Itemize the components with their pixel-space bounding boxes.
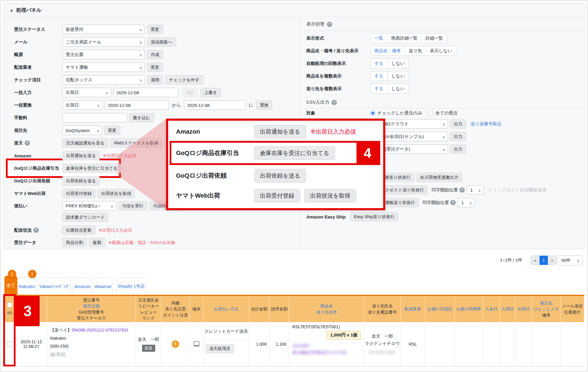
slip-number-import-link[interactable]: 送り状番号取込 [471,121,501,127]
tab-all-count-badge: 1 [8,270,16,278]
bulk-replace-from-field[interactable]: 2025-12-08 [105,100,169,110]
deferred-select[interactable]: FREX B2B後払い [62,201,116,211]
check-item-select[interactable]: 宅配ボックス [62,75,145,85]
section-divider [303,31,586,31]
toggle-list[interactable]: 一覧 [371,33,387,43]
amazon-notify-button[interactable]: 出荷通知を送る [62,151,100,160]
toggle-yes[interactable]: する [371,84,387,93]
bulk-append-button[interactable]: 追記 [182,88,198,97]
yamato-register-button[interactable]: 出荷受付登録 [62,189,95,198]
toggle-no[interactable]: しない [387,71,409,81]
header-delivery-time[interactable]: お届け時間帯 [455,296,483,322]
order-status-select[interactable]: 新規受付 [62,25,145,34]
invoice-download-button[interactable]: 請求書ダウンロード [62,213,109,222]
tab-amazon[interactable]: Amazon [73,277,92,295]
next-page-button[interactable]: » [548,256,556,265]
header-payment-date[interactable]: 入金日 [483,296,500,322]
copy-button[interactable]: 複製 [89,238,105,247]
slip-status-update-button[interactable]: 伝票状況更新 [62,225,95,235]
callout-yamato-register-button[interactable]: 出荷受付登録 [254,189,300,203]
print-start-select[interactable]: 1 [467,185,484,195]
print-start-select-2[interactable]: 1 [458,198,475,207]
clickpost-ext-link[interactable]: クリックポスト拡張機能連携 [488,187,546,193]
uncheck-button[interactable]: チェックを外す [165,75,203,85]
header-carrier[interactable]: 配送業者 [401,296,425,322]
csv-output-button-1[interactable]: 出力 [450,119,466,129]
processing-panel-header[interactable]: 処理パネル [4,4,585,17]
toggle-hide[interactable]: 表示しない [426,46,456,55]
credit-execute-button[interactable]: 与信を実行 [118,201,147,211]
invoice-create-button[interactable]: 作成 [147,50,163,59]
tab-rakuten[interactable]: Rakuten [17,277,36,295]
header-product[interactable]: 商品名 送り先住所 [289,296,364,322]
tab-all[interactable]: 全て [4,276,17,295]
csv-output-button-2[interactable]: 出力 [450,132,466,141]
product-name[interactable]: RSLTEST(RSLTEST001) [292,324,361,329]
toggle-simple-detail[interactable]: 簡易詳細一覧 [387,33,421,43]
goq-stock-allocate-button[interactable]: 倉庫在庫を受注に引当てる [62,164,121,173]
help-icon[interactable] [332,100,337,105]
radio-checked-orders[interactable] [370,111,375,116]
callout-amazon-notify-button[interactable]: 出荷通知を送る [254,125,306,139]
fee-write-button[interactable]: 書き込む [129,113,154,122]
header-memo[interactable]: 発注先 ひとことメモ 備考 [532,296,561,322]
carrier-select[interactable]: ヤマト運輸 [62,63,145,72]
toggle-no[interactable]: しない [387,59,409,68]
bulk-overwrite-button[interactable]: 上書き [200,88,221,97]
toggle-destination[interactable]: 送り先 [405,46,426,55]
toggle-detail[interactable]: 詳細一覧 [421,33,447,43]
csv-output-button-3[interactable]: 出力 [450,144,466,154]
header-delivery-date[interactable]: お届け日指定 [425,296,455,322]
tab-wowma[interactable]: Wowma! [94,277,112,295]
help-icon[interactable] [25,140,30,146]
mail-send-screen-button[interactable]: 送信画面へ [147,37,176,47]
supplier-select[interactable]: GoQSystem [62,126,102,135]
header-arrival-date[interactable]: 入荷日 [500,296,516,322]
supplier-change-button[interactable]: 変更 [104,126,120,135]
yamato-status-button[interactable]: 出荷状況を取得 [97,189,135,198]
product-split-button[interactable]: 商品分割 [62,238,87,247]
toggle-yes[interactable]: する [371,59,387,68]
goq-number: (000-250) [50,342,133,351]
sagawa-receipt-button[interactable]: 佐川荷物受渡書出力 [416,173,462,182]
warning-icon[interactable] [172,340,179,348]
row-arrival-date-cell [500,322,516,366]
header-payment[interactable]: お支払い方法 [203,296,249,322]
toggle-product-note[interactable]: 商品名・備考 [371,46,405,55]
tab-shopify[interactable]: Shopify 1号店 [116,277,146,295]
callout-yamato-status-button[interactable]: 出荷状況を取得 [304,189,356,203]
check-apply-button[interactable]: 適用 [147,75,163,85]
callout-ship-send-button[interactable]: 出荷依頼を送る [254,169,306,183]
rakuten-confirm-button[interactable]: 注文確認通知を送る [62,138,108,148]
easyship-slip-button[interactable]: Easy Ship送り状発行 [350,212,398,221]
goq-ship-send-button[interactable]: 出荷依頼を送る [62,176,100,186]
replace-button[interactable]: 置換 [256,100,272,110]
header-ship-date[interactable]: 出荷日 [516,296,532,322]
bulk-replace-field-select[interactable]: 出荷日 [62,100,103,110]
per-page-select[interactable]: 50件 [558,255,582,265]
invoice-select[interactable]: 受注伝票 [62,50,145,59]
current-page-button[interactable]: 1 [539,256,548,265]
header-order-number[interactable]: 受注番号 販売店舗 GoQ管理番号 受注ステータス [47,296,136,322]
help-icon[interactable] [33,228,39,233]
fee-input[interactable] [62,113,127,122]
help-icon[interactable] [459,187,465,193]
help-icon[interactable] [327,22,332,27]
tab-yahoo[interactable]: Yahoo!ｼｮｯﾋﾟﾝｸﾞ [38,277,71,295]
toggle-no[interactable]: しない [387,84,409,93]
bulk-input-date-field[interactable]: 2025-12-08 [113,88,178,97]
help-icon[interactable] [450,200,456,205]
radio-all-orders[interactable] [428,111,433,116]
order-status-change-button[interactable]: 変更 [147,25,163,34]
carrier-change-button[interactable]: 変更 [147,63,163,72]
toggle-yes[interactable]: する [371,71,387,81]
bulk-replace-to-field[interactable]: 2025-12-08 [184,100,246,110]
collapse-chevron-icon[interactable] [10,8,13,13]
bulk-input-field-select[interactable]: 出荷日 [62,88,111,97]
callout-stock-allocate-button[interactable]: 倉庫在庫を受注に引当てる [254,146,335,160]
rakuten-processed-button[interactable]: 楽天処理済 [206,344,234,353]
order-number-link[interactable]: 354396-20251112-0782237831 [72,328,129,332]
header-bundle: 同梱 送り先注意 ポイント注意 [161,296,190,322]
prev-page-button[interactable]: « [531,256,539,265]
mail-select[interactable]: ご注文承諾メール [62,37,145,47]
